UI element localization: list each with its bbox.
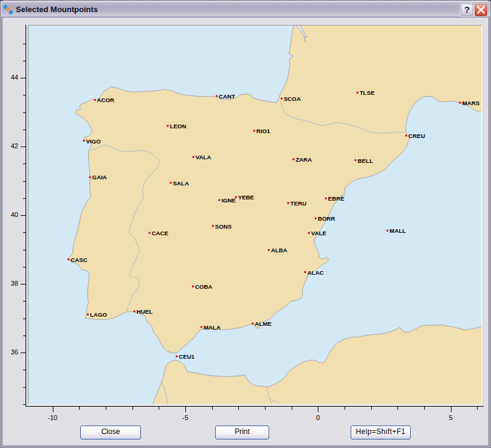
svg-text:ACOR: ACOR [97, 97, 115, 103]
svg-text:MALA: MALA [204, 324, 221, 331]
svg-text:MALL: MALL [390, 227, 406, 234]
svg-text:ALAC: ALAC [307, 269, 324, 276]
svg-text:LEON: LEON [170, 123, 187, 129]
svg-text:CEU1: CEU1 [179, 353, 194, 360]
svg-text:CREU: CREU [408, 133, 425, 139]
svg-text:ZARA: ZARA [295, 156, 312, 163]
svg-text:VALE: VALE [311, 230, 327, 236]
svg-text:EBRE: EBRE [328, 195, 345, 202]
svg-text:ALME: ALME [255, 320, 272, 327]
svg-text:CANT: CANT [219, 93, 235, 100]
svg-text:TLSE: TLSE [360, 89, 375, 96]
svg-text:YEBE: YEBE [238, 194, 255, 201]
svg-text:VIGO: VIGO [86, 138, 101, 145]
svg-text:TERU: TERU [290, 200, 306, 207]
svg-text:BORR: BORR [318, 215, 335, 222]
svg-text:BELL: BELL [358, 157, 373, 164]
svg-text:HUEL: HUEL [137, 308, 153, 315]
svg-text:SONS: SONS [215, 223, 232, 230]
svg-text:RIO1: RIO1 [256, 128, 270, 134]
svg-text:GAIA: GAIA [92, 174, 107, 181]
svg-text:CASC: CASC [70, 257, 87, 263]
svg-text:CACE: CACE [152, 230, 169, 236]
svg-text:ALBA: ALBA [271, 247, 287, 253]
svg-text:SCOA: SCOA [284, 95, 301, 102]
svg-text:COBA: COBA [195, 283, 213, 290]
svg-text:IGNE: IGNE [221, 197, 236, 204]
svg-text:SALA: SALA [173, 180, 189, 187]
svg-text:VALA: VALA [196, 154, 211, 160]
svg-text:LAGO: LAGO [90, 311, 107, 318]
svg-text:MARS: MARS [462, 100, 480, 106]
